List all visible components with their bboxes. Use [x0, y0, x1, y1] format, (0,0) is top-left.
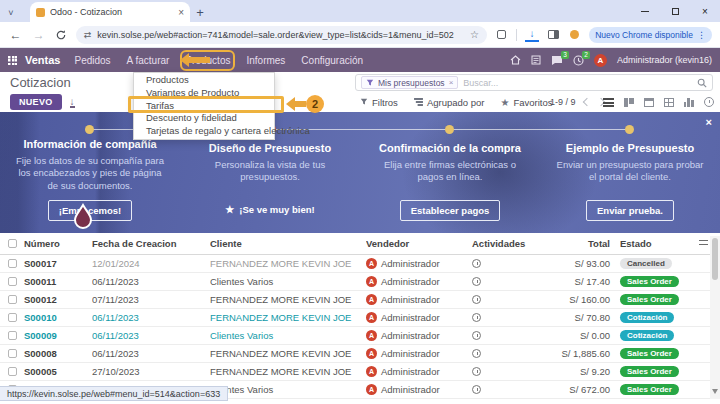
search-facet[interactable]: Mis presupuestos ×	[361, 76, 458, 89]
row-checkbox[interactable]	[8, 349, 17, 358]
toolbar-divider	[516, 29, 517, 41]
activity-clock-icon[interactable]	[472, 385, 481, 394]
column-header-total[interactable]: Total	[530, 238, 618, 249]
dropdown-item-tarjetas-de-regalo-y-cartera-electronica[interactable]: Tarjetas de regalo y cartera electrónica	[134, 125, 274, 138]
chrome-update-button[interactable]: Nuevo Chrome disponible ⋮	[589, 27, 712, 43]
step-action-button-enviar-prueba[interactable]: Enviar prueba.	[586, 200, 674, 221]
activity-clock-icon[interactable]	[472, 367, 481, 376]
search-facet-label: Mis presupuestos	[378, 78, 445, 88]
site-info-icon[interactable]: ⇄	[84, 30, 92, 40]
row-checkbox[interactable]	[8, 295, 17, 304]
graph-view-button[interactable]	[682, 96, 695, 109]
column-header-actividades[interactable]: Actividades	[464, 238, 530, 249]
cell-activities	[464, 277, 530, 286]
pivot-view-button[interactable]	[662, 96, 675, 109]
tab-close-icon[interactable]: ×	[178, 7, 184, 18]
minimize-button[interactable]	[630, 0, 660, 22]
activity-clock-icon[interactable]	[472, 331, 481, 340]
select-all-checkbox[interactable]	[8, 239, 17, 248]
row-checkbox[interactable]	[8, 277, 17, 286]
menu-a-facturar[interactable]: A facturar	[127, 55, 170, 66]
activity-clock-icon[interactable]	[472, 313, 481, 322]
dropdown-item-productos[interactable]: Productos	[134, 74, 274, 87]
step-description: Personaliza la vista de tus presupuestos…	[194, 159, 346, 184]
list-view-button[interactable]	[602, 96, 615, 109]
table-row[interactable]: S0001207/11/2023FERNANDEZ MORE KEVIN JOE…	[0, 291, 720, 309]
cell-status: Sales Order	[618, 294, 696, 305]
step-action-button-establecer-pagos[interactable]: Establecer pagos	[400, 200, 501, 221]
dropdown-item-descuento-y-fidelidad[interactable]: Descuento y fidelidad	[134, 112, 274, 125]
table-row[interactable]: S0001106/11/2023Clientes VariosAAdminist…	[0, 273, 720, 291]
user-name[interactable]: Administrador (kevin16)	[617, 55, 712, 65]
activity-clock-icon[interactable]	[472, 277, 481, 286]
refresh-icon[interactable]	[54, 28, 67, 42]
search-input[interactable]: Mis presupuestos × Buscar...	[355, 74, 713, 91]
table-scrollbar[interactable]	[710, 236, 720, 399]
table-row[interactable]: S0001006/11/2023FERNANDEZ MORE KEVIN JOE…	[0, 309, 720, 327]
menu-informes[interactable]: Informes	[246, 55, 285, 66]
table-row[interactable]: S0000806/11/2023FERNANDEZ MORE KEVIN JOE…	[0, 345, 720, 363]
kanban-view-button[interactable]	[622, 96, 635, 109]
home-icon[interactable]	[510, 55, 521, 65]
side-panel-icon[interactable]	[547, 28, 560, 42]
onboarding-banner: × Información de compañíaFije los datos …	[0, 112, 720, 233]
group-by-button[interactable]: Agrupado por	[414, 97, 485, 108]
downloads-icon[interactable]: ↓	[525, 28, 538, 42]
forward-icon[interactable]: →	[31, 28, 46, 42]
activity-view-button[interactable]	[702, 96, 715, 109]
row-checkbox[interactable]	[8, 367, 17, 376]
browser-menu-icon[interactable]: ⋮	[697, 30, 706, 40]
table-row[interactable]: S0000527/10/2023FERNANDEZ MORE KEVIN JOE…	[0, 363, 720, 381]
column-header-numero[interactable]: Número	[24, 238, 92, 249]
maximize-button[interactable]	[660, 0, 690, 22]
user-avatar[interactable]: A	[594, 54, 607, 67]
extension-icon[interactable]	[568, 28, 581, 42]
menu-pedidos[interactable]: Pedidos	[74, 55, 110, 66]
pager-previous-icon[interactable]	[582, 98, 590, 106]
facet-remove-icon[interactable]: ×	[449, 78, 454, 87]
banner-close-icon[interactable]: ×	[706, 116, 712, 128]
activity-clock-icon[interactable]	[472, 349, 481, 358]
address-bar[interactable]: ⇄ kevin.solse.pe/web#action=741&model=sa…	[76, 26, 487, 44]
annotation-arrow-tarifas	[294, 101, 306, 107]
menu-configuracion[interactable]: Configuración	[301, 55, 363, 66]
scrollbar-thumb[interactable]	[712, 238, 718, 280]
browser-tab[interactable]: Odoo - Cotizacion ×	[30, 2, 190, 22]
search-icon[interactable]	[697, 78, 707, 88]
row-checkbox[interactable]	[8, 313, 17, 322]
optional-columns-icon[interactable]	[699, 240, 708, 248]
cell-date: 06/11/2023	[92, 276, 210, 287]
column-header-estado[interactable]: Estado	[618, 238, 696, 249]
favorites-button[interactable]: ★ Favoritos	[500, 97, 552, 108]
step-description: Enviar un presupuesto para probar el por…	[554, 159, 706, 184]
calendar-view-button[interactable]	[642, 96, 655, 109]
messages-icon[interactable]: 3	[551, 55, 563, 66]
app-name[interactable]: Ventas	[25, 54, 60, 66]
row-checkbox[interactable]	[8, 331, 17, 340]
filters-button[interactable]: Filtros	[360, 97, 398, 108]
activity-clock-icon[interactable]	[472, 259, 481, 268]
back-icon[interactable]: ←	[8, 28, 23, 42]
row-checkbox[interactable]	[8, 259, 17, 268]
apps-grid-icon[interactable]	[8, 56, 17, 65]
new-record-button[interactable]: NUEVO	[10, 94, 62, 110]
cell-vendor: AAdministrador	[366, 312, 464, 323]
table-row[interactable]: S0001712/01/2024FERNANDEZ MORE KEVIN JOE…	[0, 255, 720, 273]
close-button[interactable]: ×	[690, 0, 720, 22]
cell-date: 12/01/2024	[92, 258, 210, 269]
vendor-avatar: A	[366, 330, 377, 341]
activity-clock-icon[interactable]	[472, 295, 481, 304]
notes-icon[interactable]	[531, 55, 541, 65]
table-row[interactable]: S0000906/11/2023Clientes VariosAAdminist…	[0, 327, 720, 345]
export-icon[interactable]: ↓	[70, 97, 75, 108]
column-header-vendedor[interactable]: Vendedor	[366, 238, 464, 249]
cell-vendor: AAdministrador	[366, 276, 464, 287]
tab-groups-icon[interactable]	[495, 28, 508, 42]
column-header-cliente[interactable]: Cliente	[210, 238, 366, 249]
column-header-fecha[interactable]: Fecha de Creacion	[92, 238, 210, 249]
new-tab-button[interactable]: +	[190, 2, 210, 22]
bookmark-star-icon[interactable]: ☆	[470, 29, 479, 40]
scrollbar-down-icon[interactable]	[712, 389, 718, 397]
activities-icon[interactable]: 2	[573, 55, 584, 66]
tab-search-chevron-icon[interactable]: ˅	[0, 4, 22, 22]
